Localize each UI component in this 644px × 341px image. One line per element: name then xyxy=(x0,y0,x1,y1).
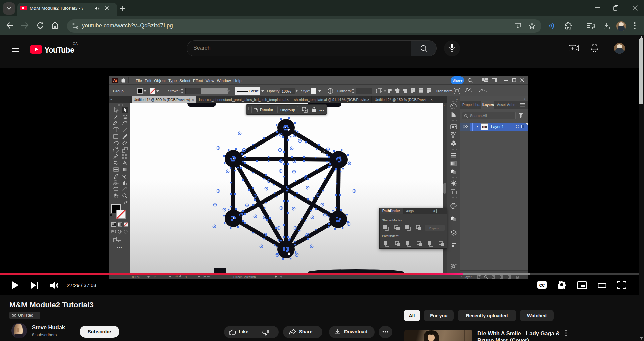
svg-text:CC: CC xyxy=(539,283,545,287)
